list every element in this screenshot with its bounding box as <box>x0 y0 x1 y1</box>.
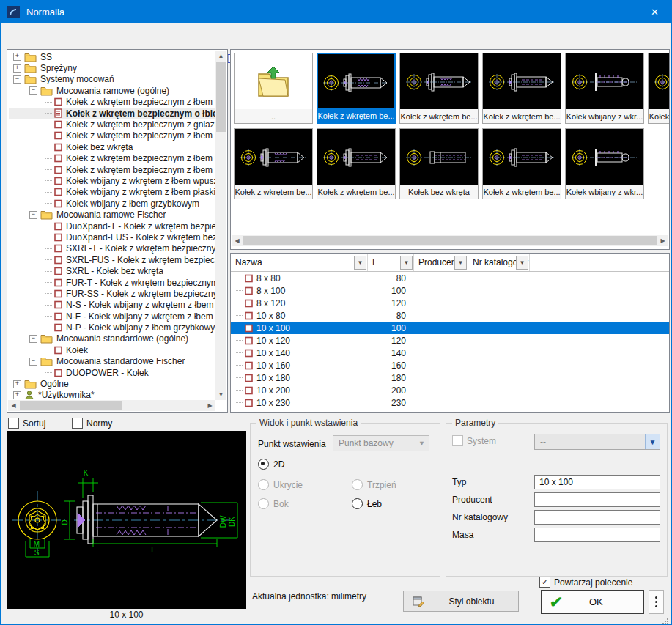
size-row[interactable]: 10 x 8080 <box>231 309 669 322</box>
tree-item[interactable]: −Systemy mocowań <box>9 74 215 85</box>
repeat-command-checkbox[interactable]: ✓ Powtarzaj polecenie <box>539 577 632 588</box>
object-style-button[interactable]: Styl obiektu <box>403 591 519 612</box>
size-row[interactable]: 8 x 120120 <box>231 297 669 309</box>
more-options-button[interactable] <box>649 590 664 614</box>
tree-item[interactable]: N-P - Kołek wbijany z łbem grzybkowym <box>9 322 215 333</box>
size-row[interactable]: 10 x 200200 <box>231 384 669 396</box>
tree-item[interactable]: SXRL - Kołek bez wkręta <box>9 265 215 276</box>
tree-item[interactable]: DuoXpand-T - Kołek z wkrętem bezpiecznym <box>9 221 215 232</box>
radio-2d[interactable]: 2D <box>258 459 284 470</box>
radio-łeb[interactable]: Łeb <box>352 498 382 509</box>
field-input-producent[interactable] <box>534 492 660 507</box>
dim-label-k: K <box>84 469 89 477</box>
tree-item-label: FUR-T - Kołek z wkrętem bezpiecznym z łb… <box>66 278 215 288</box>
checkbox-box[interactable] <box>72 418 83 429</box>
thumbnail-tile[interactable]: Kołek wbijany z wkr... <box>565 128 644 199</box>
tree-item[interactable]: N-F - Kołek wbijany z wkrętem z łbem pła… <box>9 311 215 322</box>
tree-item[interactable]: DUOPOWER - Kołek <box>9 367 215 378</box>
tree-item[interactable]: Kołek z wkrętem bezpiecznym z łbem wpusz… <box>9 97 215 108</box>
checkbox-box[interactable]: ✓ <box>539 577 550 588</box>
tree-horizontal-scrollbar[interactable]: ◀ ▶ <box>8 400 215 411</box>
tree-item[interactable]: FUR-T - Kołek z wkrętem bezpiecznym z łb… <box>9 277 215 288</box>
tree-item[interactable]: Kołek z wkrętem bezpiecznym z łbem wpusz <box>9 153 215 164</box>
thumbnail-tile[interactable]: Kołek z wkrętem be... <box>317 128 396 199</box>
tree-item[interactable]: Kołek bez wkręta <box>9 141 215 152</box>
expand-icon[interactable]: + <box>13 53 21 61</box>
tree-item[interactable]: Kołek wbijany z łbem grzybkowym <box>9 198 215 209</box>
tree-item[interactable]: Kołek wbijany z wkrętem z łbem wpuszczan… <box>9 175 215 186</box>
tree-item[interactable]: SXRL-FUS - Kołek z wkrętem bezpiecznym z <box>9 254 215 265</box>
tree-item[interactable]: +*Użytkownika* <box>9 390 215 399</box>
tree-item[interactable]: FUR-SS - Kołek z wkrętem bezpiecznym z ł… <box>9 288 215 299</box>
filter-dropdown-icon[interactable]: ▼ <box>400 256 413 270</box>
collapse-icon[interactable]: − <box>29 86 37 95</box>
sortuj-checkbox[interactable]: Sortuj <box>8 418 45 429</box>
thumbnail-tile[interactable]: Kołek bez wkręta <box>399 128 479 199</box>
thumbnail-tile[interactable]: .. <box>234 53 313 124</box>
column-header-nazwa[interactable]: Nazwa <box>231 254 368 271</box>
length-value: 100 <box>368 323 406 333</box>
resize-grip[interactable] <box>662 615 669 622</box>
thumbnail-tile[interactable]: Kołek z wkrętem be... <box>399 53 479 124</box>
length-value: 80 <box>368 273 406 284</box>
size-row[interactable]: 10 x 180180 <box>231 371 669 384</box>
thumbnail-tile[interactable]: Kołek z wkrętem be... <box>482 128 561 199</box>
field-input-typ[interactable]: 10 x 100 <box>534 475 660 489</box>
thumbnail-tile[interactable]: Kołek wbijany z wkr... <box>565 53 644 124</box>
system-checkbox: System <box>452 435 496 446</box>
size-row[interactable]: 10 x 120120 <box>231 334 669 347</box>
tree-item-label: DUOPOWER - Kołek <box>66 368 149 378</box>
thumbnail-tile[interactable]: Kołek z wkrętem be... <box>482 53 561 124</box>
checkbox-box[interactable] <box>8 418 19 429</box>
radio-circle-icon[interactable] <box>258 459 269 470</box>
tree-item[interactable]: N-S - Kołek wbijany z wkrętem z łbem wpu… <box>9 300 215 311</box>
table-body: 8 x 80808 x 1001008 x 12012010 x 808010 … <box>231 272 669 412</box>
tree-item[interactable]: Kołek z wkrętem bezpiecznym o łbie s <box>9 108 215 119</box>
gallery-horizontal-scrollbar[interactable]: ◀ ▶ <box>232 235 668 246</box>
filter-dropdown-icon[interactable]: ▼ <box>454 256 467 270</box>
part-square-icon <box>245 286 253 295</box>
size-row[interactable]: 8 x 8080 <box>231 272 669 284</box>
radio-label: Ukrycie <box>273 480 303 490</box>
tree-item[interactable]: −Mocowania standardowe (ogólne) <box>9 333 215 344</box>
ok-button[interactable]: ✔ OK <box>541 590 644 614</box>
tree-item[interactable]: +Sprężyny <box>9 62 215 73</box>
size-row[interactable]: 10 x 230230 <box>231 396 669 409</box>
tree-item[interactable]: −Mocowania ramowe Fischer <box>9 209 215 220</box>
tree-item[interactable]: Kołek z wkrętem bezpiecznym z łbem sześc… <box>9 130 215 141</box>
expand-icon[interactable]: + <box>13 380 21 388</box>
radio-circle-icon[interactable] <box>352 498 363 509</box>
field-input-masa[interactable] <box>534 528 660 542</box>
expand-icon[interactable]: + <box>13 391 21 399</box>
size-name: 10 x 230 <box>256 398 290 408</box>
tree-item[interactable]: +SS <box>9 51 215 62</box>
collapse-icon[interactable]: − <box>29 358 37 366</box>
size-row[interactable]: 8 x 100100 <box>231 284 669 297</box>
tree-item[interactable]: Kołek z wkrętem bezpiecznym z łbem sześc… <box>9 164 215 175</box>
tree-item[interactable]: −Mocowania ramowe (ogólne) <box>9 85 215 96</box>
tree-item[interactable]: SXRL-T - Kołek z wkrętem bezpiecznym z g… <box>9 243 215 254</box>
normy-checkbox[interactable]: Normy <box>72 418 112 429</box>
tree-item[interactable]: −Mocowania standardowe Fischer <box>9 356 215 367</box>
filter-dropdown-icon[interactable]: ▼ <box>354 256 366 270</box>
tree-item[interactable]: Kołek <box>9 344 215 355</box>
collapse-icon[interactable]: − <box>13 75 21 84</box>
thumbnail-tile[interactable]: Kołek wbijany z wkr... <box>648 53 670 124</box>
size-row[interactable]: 10 x 140140 <box>231 347 669 359</box>
thumbnail-tile[interactable]: Kołek z wkrętem be... <box>234 128 313 199</box>
collapse-icon[interactable]: − <box>29 211 37 219</box>
field-input-nr-katalogowy[interactable] <box>534 510 660 525</box>
thumbnail-tile[interactable]: Kołek z wkrętem be... <box>317 53 396 124</box>
collapse-icon[interactable]: − <box>29 335 37 343</box>
expand-icon[interactable]: + <box>13 64 21 73</box>
tree-item[interactable]: +Ogólne <box>9 378 215 389</box>
size-row[interactable]: 10 x 160160 <box>231 359 669 371</box>
close-button[interactable]: ✕ <box>638 1 671 23</box>
size-row[interactable]: 10 x 100100 <box>231 322 669 334</box>
tree-vertical-scrollbar[interactable]: ▲ ▼ <box>215 51 226 400</box>
filter-dropdown-icon[interactable]: ▼ <box>516 256 528 270</box>
tree-item[interactable]: DuoXpand-FUS - Kołek z wkrętem bezpieczn <box>9 232 215 243</box>
tree-item[interactable]: Kołek z wkrętem bezpiecznym z gniazdem n… <box>9 119 215 130</box>
tree-item[interactable]: Kołek wbijany z wkrętem z łbem płaskim <box>9 187 215 198</box>
cad-preview: K D M S L DW DK <box>7 431 246 609</box>
